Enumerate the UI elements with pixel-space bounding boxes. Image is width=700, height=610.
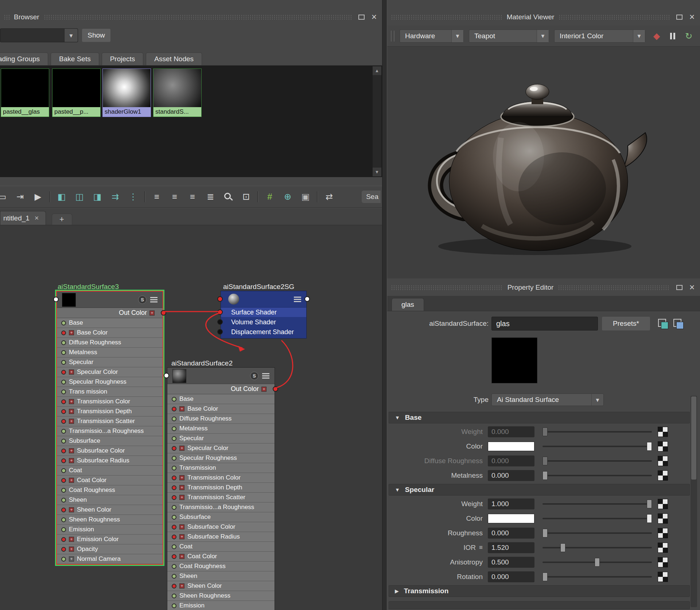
attr-port[interactable]: [172, 584, 176, 589]
attr-row-subsurface[interactable]: Subsurface: [57, 436, 163, 446]
scroll-up-icon[interactable]: ▲: [373, 66, 381, 75]
slider[interactable]: [542, 500, 652, 508]
attr-row-transmission-depth[interactable]: +Transmission Depth: [167, 483, 275, 492]
input-port[interactable]: [217, 296, 223, 302]
texture-map-icon[interactable]: [658, 470, 668, 481]
texture-map-icon[interactable]: [658, 456, 668, 466]
attr-row-emission[interactable]: Emission: [57, 525, 163, 534]
attr-port[interactable]: [172, 495, 176, 500]
expand-icon[interactable]: +: [179, 524, 184, 529]
shader-name-input[interactable]: [491, 317, 598, 331]
attr-port[interactable]: [61, 547, 66, 552]
attr-row-base[interactable]: Base: [167, 394, 275, 404]
attr-port[interactable]: [61, 468, 66, 473]
refresh-icon[interactable]: ↻: [682, 30, 695, 42]
expand-icon[interactable]: +: [69, 369, 74, 375]
expand-icon[interactable]: +: [149, 310, 155, 316]
attr-port[interactable]: [172, 525, 176, 529]
attr-port[interactable]: [172, 417, 176, 421]
expand-icon[interactable]: +: [69, 547, 74, 552]
attr-row-transmission-color[interactable]: +Transmission Color: [57, 397, 163, 406]
attr-row-transmission-depth[interactable]: +Transmission Depth: [57, 407, 163, 416]
create-node-icon[interactable]: ▭: [0, 190, 9, 203]
attr-port[interactable]: [61, 321, 66, 325]
attr-row-surface-shader[interactable]: Surface Shader: [221, 308, 306, 317]
drag-handle[interactable]: [4, 15, 9, 20]
attr-port[interactable]: [172, 446, 176, 451]
node-aistandardsurface2[interactable]: SOut Color+Base+Base ColorDiffuse Roughn…: [167, 367, 275, 610]
section-header-base[interactable]: ▼Base: [389, 412, 690, 423]
expand-icon[interactable]: +: [179, 406, 184, 411]
attr-port[interactable]: [61, 360, 66, 365]
attr-row-base[interactable]: Base: [57, 318, 163, 328]
attr-row-emission[interactable]: Emission: [167, 601, 275, 610]
expand-icon[interactable]: +: [179, 446, 184, 451]
chevron-down-icon[interactable]: ▼: [537, 30, 549, 42]
attr-port[interactable]: [217, 319, 223, 325]
layout-compact-icon[interactable]: ≡: [150, 190, 163, 203]
slider-handle[interactable]: [647, 442, 652, 451]
attr-row-specular[interactable]: Specular: [57, 357, 163, 367]
section-header-transmission[interactable]: ▶Transmission: [389, 585, 690, 597]
attr-port[interactable]: [61, 419, 66, 424]
browser-tab-ading-groups[interactable]: ading Groups: [0, 52, 48, 65]
browser-tab-asset-nodes[interactable]: Asset Nodes: [146, 52, 202, 65]
expand-icon[interactable]: +: [69, 399, 74, 404]
attr-port[interactable]: [61, 517, 66, 522]
attr-row-coat-roughness[interactable]: Coat Roughness: [167, 562, 275, 571]
chevron-down-icon[interactable]: ▼: [64, 29, 78, 42]
attr-row-transmission-scatter[interactable]: +Transmission Scatter: [167, 493, 275, 502]
render-swatch-icon[interactable]: ▣: [299, 190, 312, 203]
attr-port[interactable]: [61, 478, 66, 483]
node-shading-group[interactable]: Surface ShaderVolume ShaderDisplacement …: [221, 291, 307, 339]
attr-row-metalness[interactable]: Metalness: [57, 348, 163, 357]
attr-port[interactable]: [172, 515, 176, 520]
show-outputs-icon[interactable]: ◨: [91, 190, 104, 203]
browser-titlebar[interactable]: Browser ×: [0, 10, 382, 24]
slider[interactable]: [542, 529, 652, 537]
attr-port[interactable]: [172, 476, 176, 480]
renderer-dropdown[interactable]: Hardware ▼: [400, 30, 464, 43]
expand-icon[interactable]: +: [179, 485, 184, 490]
slider[interactable]: [542, 543, 652, 552]
attr-row-normal-camera[interactable]: +Normal Camera: [57, 554, 163, 564]
attr-port[interactable]: [172, 554, 176, 559]
type-dropdown[interactable]: Ai Standard Surface ▼: [491, 394, 604, 406]
close-icon[interactable]: ×: [688, 284, 696, 292]
attr-row-coat-roughness[interactable]: Coat Roughness: [57, 485, 163, 495]
attr-row-specular-roughness[interactable]: Specular Roughness: [57, 377, 163, 387]
material-swatch-pasted-glas[interactable]: pasted__glas: [1, 69, 49, 117]
attr-row-base-color[interactable]: +Base Color: [57, 328, 163, 337]
slider-handle[interactable]: [542, 471, 548, 480]
input-port[interactable]: [164, 373, 169, 378]
attr-row-subsurface-radius[interactable]: +Subsurface Radius: [167, 532, 275, 541]
slider-handle[interactable]: [542, 427, 548, 436]
attr-row-sheen-roughness[interactable]: Sheen Roughness: [57, 515, 163, 524]
presets-button[interactable]: Presets*: [602, 316, 650, 331]
zoom-icon[interactable]: [222, 190, 235, 203]
slider[interactable]: [542, 471, 652, 480]
close-tab-icon[interactable]: ×: [35, 214, 39, 222]
attr-port[interactable]: [172, 574, 176, 579]
texture-map-icon[interactable]: [658, 528, 668, 538]
attr-port[interactable]: [172, 603, 176, 608]
render-material-icon[interactable]: ◆: [650, 30, 663, 42]
slider-handle[interactable]: [542, 572, 548, 581]
output-port[interactable]: [304, 296, 310, 302]
attr-row-coat[interactable]: Coat: [57, 466, 163, 475]
attr-port[interactable]: [172, 544, 176, 549]
texture-map-icon[interactable]: [658, 441, 668, 451]
attr-port[interactable]: [172, 407, 176, 411]
attr-row-specular-roughness[interactable]: Specular Roughness: [167, 453, 275, 463]
attr-row-subsurface-radius[interactable]: +Subsurface Radius: [57, 456, 163, 465]
chevron-down-icon[interactable]: ▼: [451, 30, 463, 42]
value-field[interactable]: 0.000: [488, 455, 534, 466]
attr-port[interactable]: [61, 508, 66, 512]
attr-row-transmission[interactable]: Transmission: [167, 463, 275, 473]
attr-port[interactable]: [61, 449, 66, 453]
attr-port[interactable]: [172, 505, 176, 510]
attr-port[interactable]: [172, 436, 176, 441]
grid-toggle-icon[interactable]: #: [263, 190, 276, 203]
frame-selection-icon[interactable]: ⊡: [240, 190, 253, 203]
attr-port[interactable]: [217, 309, 223, 315]
